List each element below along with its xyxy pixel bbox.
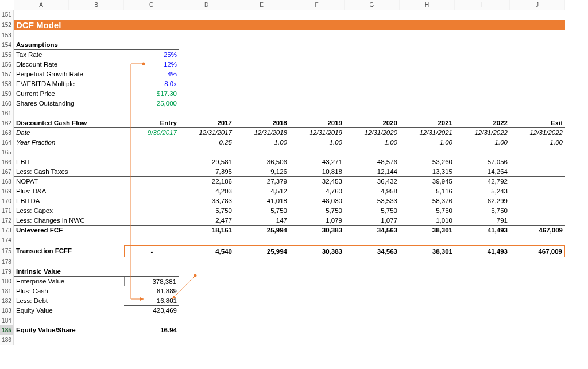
row-header-172[interactable]: 172 — [0, 216, 14, 226]
tf-3[interactable]: 34,563 — [345, 245, 400, 257]
date-2022[interactable]: 12/31/2022 — [455, 128, 510, 138]
da-4[interactable]: 5,116 — [400, 187, 455, 196]
row-header-161[interactable]: 161 — [0, 108, 14, 118]
uf-5[interactable]: 41,493 — [455, 226, 510, 235]
uf-2[interactable]: 30,383 — [289, 226, 345, 235]
row-header-174[interactable]: 174 — [0, 235, 14, 245]
cx-1[interactable]: 5,750 — [234, 206, 289, 216]
date-2018[interactable]: 12/31/2018 — [234, 128, 289, 138]
tf-5[interactable]: 41,493 — [455, 245, 510, 257]
row-header-163[interactable]: 163 — [0, 128, 14, 138]
cx-4[interactable]: 5,750 — [400, 206, 455, 216]
np-0[interactable]: 22,186 — [179, 177, 234, 187]
ct-2[interactable]: 10,818 — [289, 167, 345, 177]
ct-5[interactable]: 14,264 — [455, 167, 510, 177]
col-header-F[interactable]: F — [289, 0, 345, 10]
col-header-J[interactable]: J — [510, 0, 565, 10]
eb-0[interactable]: 33,783 — [179, 196, 234, 206]
da-3[interactable]: 4,958 — [345, 187, 400, 196]
nw-2[interactable]: 1,079 — [289, 216, 345, 226]
eb-2[interactable]: 48,030 — [289, 196, 345, 206]
yf-2017[interactable]: 0.25 — [179, 138, 234, 147]
ct-3[interactable]: 12,144 — [345, 167, 400, 177]
value-discount-rate[interactable]: 12% — [124, 60, 179, 69]
col-header-I[interactable]: I — [455, 0, 510, 10]
nw-1[interactable]: 147 — [234, 216, 289, 226]
tf-0[interactable]: 4,540 — [179, 245, 234, 257]
tf-2[interactable]: 30,383 — [289, 245, 345, 257]
cx-2[interactable]: 5,750 — [289, 206, 345, 216]
row-header-169[interactable]: 169 — [0, 187, 14, 196]
ebit-1[interactable]: 36,506 — [234, 157, 289, 167]
col-header-D[interactable]: D — [179, 0, 234, 10]
eb-5[interactable]: 62,299 — [455, 196, 510, 206]
ebit-0[interactable]: 29,581 — [179, 157, 234, 167]
eb-1[interactable]: 41,018 — [234, 196, 289, 206]
np-2[interactable]: 32,453 — [289, 177, 345, 187]
value-plus-cash[interactable]: 61,889 — [124, 286, 179, 296]
row-header-160[interactable]: 160 — [0, 99, 14, 108]
value-equity-value[interactable]: 423,469 — [124, 306, 179, 316]
ebit-3[interactable]: 48,576 — [345, 157, 400, 167]
cx-3[interactable]: 5,750 — [345, 206, 400, 216]
row-header-159[interactable]: 159 — [0, 89, 14, 99]
value-ev-ebitda[interactable]: 8.0x — [124, 79, 179, 89]
ct-1[interactable]: 9,126 — [234, 167, 289, 177]
da-1[interactable]: 4,512 — [234, 187, 289, 196]
row-header-152[interactable]: 152 — [0, 20, 14, 30]
ebit-5[interactable]: 57,056 — [455, 157, 510, 167]
yf-2022[interactable]: 1.00 — [455, 138, 510, 147]
row-header-162[interactable]: 162 — [0, 118, 14, 128]
date-2021[interactable]: 12/31/2021 — [400, 128, 455, 138]
col-header-A[interactable]: A — [14, 0, 69, 10]
tf-exit[interactable]: 467,009 — [510, 245, 565, 257]
cx-5[interactable]: 5,750 — [455, 206, 510, 216]
row-header-184[interactable]: 184 — [0, 316, 14, 325]
row-header-180[interactable]: 180 — [0, 277, 14, 286]
ebit-2[interactable]: 43,271 — [289, 157, 345, 167]
da-5[interactable]: 5,243 — [455, 187, 510, 196]
np-4[interactable]: 39,945 — [400, 177, 455, 187]
ebit-4[interactable]: 53,260 — [400, 157, 455, 167]
yf-exit[interactable]: 1.00 — [510, 138, 565, 147]
da-0[interactable]: 4,203 — [179, 187, 234, 196]
row-header-168[interactable]: 168 — [0, 177, 14, 187]
nw-3[interactable]: 1,077 — [345, 216, 400, 226]
row-header-183[interactable]: 183 — [0, 306, 14, 316]
ct-0[interactable]: 7,395 — [179, 167, 234, 177]
yf-2020[interactable]: 1.00 — [345, 138, 400, 147]
eb-3[interactable]: 53,533 — [345, 196, 400, 206]
np-3[interactable]: 36,432 — [345, 177, 400, 187]
col-header-E[interactable]: E — [234, 0, 289, 10]
row-header-170[interactable]: 170 — [0, 196, 14, 206]
tf-entry[interactable]: - — [124, 245, 179, 257]
col-header-B[interactable]: B — [69, 0, 124, 10]
row-header-181[interactable]: 181 — [0, 286, 14, 296]
date-2020[interactable]: 12/31/2020 — [345, 128, 400, 138]
yf-2018[interactable]: 1.00 — [234, 138, 289, 147]
date-exit[interactable]: 12/31/2022 — [510, 128, 565, 138]
value-shares-out[interactable]: 25,000 — [124, 99, 179, 108]
value-evps[interactable]: 16.94 — [124, 325, 179, 335]
row-header-175[interactable]: 175 — [0, 245, 14, 257]
value-less-debt[interactable]: 16,801 — [124, 296, 179, 306]
row-header-186[interactable]: 186 — [0, 335, 14, 345]
cx-0[interactable]: 5,750 — [179, 206, 234, 216]
uf-0[interactable]: 18,161 — [179, 226, 234, 235]
row-header-157[interactable]: 157 — [0, 69, 14, 79]
uf-exit[interactable]: 467,009 — [510, 226, 565, 235]
value-enterprise-value[interactable]: 378,381 — [124, 277, 179, 286]
row-header-179[interactable]: 179 — [0, 267, 14, 277]
value-tax-rate[interactable]: 25% — [124, 50, 179, 60]
nw-4[interactable]: 1,010 — [400, 216, 455, 226]
row-header-167[interactable]: 167 — [0, 167, 14, 177]
uf-3[interactable]: 34,563 — [345, 226, 400, 235]
uf-4[interactable]: 38,301 — [400, 226, 455, 235]
row-header-155[interactable]: 155 — [0, 50, 14, 60]
date-entry[interactable]: 9/30/2017 — [124, 128, 179, 138]
row-header-154[interactable]: 154 — [0, 40, 14, 50]
row-header-185[interactable]: 185 — [0, 325, 14, 335]
uf-1[interactable]: 25,994 — [234, 226, 289, 235]
da-2[interactable]: 4,760 — [289, 187, 345, 196]
nw-5[interactable]: 791 — [455, 216, 510, 226]
